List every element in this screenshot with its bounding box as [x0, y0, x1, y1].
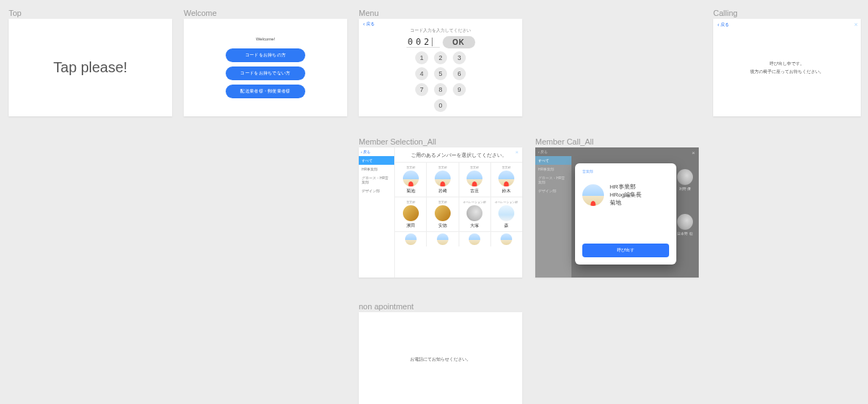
- screen-thumb-member-selection: Member Selection_All ‹ 戻る すべて HR事業部 グロース…: [359, 137, 522, 278]
- close-icon[interactable]: ×: [854, 21, 858, 28]
- chevron-left-icon: ‹: [363, 22, 365, 27]
- sidebar-tab-all[interactable]: すべて: [359, 156, 394, 165]
- calling-message: 呼び出し中です。 後方の椅子に座ってお待ちください。: [713, 59, 861, 76]
- thumb-label: Top: [9, 9, 172, 17]
- member-card[interactable]: 営業部 古庄: [459, 163, 491, 197]
- back-label: 戻る: [366, 21, 375, 27]
- member-card[interactable]: [395, 232, 427, 246]
- member-role: 営業部: [438, 200, 447, 204]
- member-card[interactable]: 営業部 安徳: [427, 197, 459, 231]
- chevron-left-icon: ‹: [718, 22, 719, 27]
- member-card[interactable]: オペレーション部 大塚: [459, 197, 491, 231]
- calling-line1: 呼び出し中です。: [713, 59, 861, 67]
- avatar: [498, 205, 514, 221]
- back-label: 戻る: [720, 22, 729, 28]
- member-card[interactable]: オペレーション部 森: [491, 197, 522, 231]
- avatar: [403, 171, 419, 186]
- keypad-4[interactable]: 4: [415, 67, 428, 80]
- avatar: [501, 233, 512, 245]
- call-confirm-dialog: 営業部 HR事業部 HRog編集長 菊地 呼び出す: [575, 163, 676, 265]
- sidebar-tab-growth: グロース・HR営業部: [535, 173, 571, 186]
- ok-button[interactable]: OK: [443, 36, 475, 48]
- screen-thumb-non-appointment: non apointment お電話にてお知らせください。: [359, 302, 522, 404]
- member-role: オペレーション部: [495, 200, 518, 204]
- screen-thumb-calling: Calling ‹ 戻る × 呼び出し中です。 後方の椅子に座ってお待ちください…: [713, 9, 861, 116]
- member-grid[interactable]: 営業部 菊池 営業部 岩崎 営業部 古庄 営業: [395, 162, 522, 278]
- welcome-title: Welcome!: [256, 37, 276, 41]
- keypad-7[interactable]: 7: [415, 83, 428, 96]
- tap-please-text: Tap please!: [54, 59, 127, 76]
- avatar: [467, 205, 482, 221]
- member-name: 濱田: [407, 223, 415, 229]
- back-button[interactable]: ‹ 戻る: [363, 21, 518, 27]
- member-card[interactable]: [459, 232, 491, 246]
- member-name: 菊池: [407, 188, 415, 194]
- member-grid-area: ご用のあるメンバーを選択してください。 × 営業部 菊池 営業部 岩崎: [395, 147, 522, 278]
- welcome-button-no-code[interactable]: コードをお持ちでない方: [226, 66, 305, 80]
- keypad-1[interactable]: 1: [415, 51, 428, 64]
- member-call-card: ‹ 戻る × すべて HR事業部 グロース・HR営業部 デザイン部 利野 優 日…: [535, 147, 699, 278]
- keypad-9[interactable]: 9: [453, 83, 466, 96]
- code-display: 002: [407, 37, 440, 48]
- member-name: 利野 優: [679, 186, 691, 191]
- keypad-6[interactable]: 6: [453, 67, 466, 80]
- avatar: [498, 171, 514, 186]
- avatar: [435, 205, 451, 221]
- thumb-label: Member Selection_All: [359, 137, 522, 146]
- member-name: 大塚: [470, 223, 479, 229]
- text-caret-icon: [432, 38, 433, 46]
- code-prompt: コード入力を入力してください: [363, 27, 518, 34]
- sidebar-tab-all: すべて: [535, 156, 571, 165]
- department-sidebar: ‹ 戻る すべて HR事業部 グロース・HR営業部 デザイン部: [359, 147, 395, 278]
- thumb-label: Calling: [713, 9, 861, 17]
- member-card[interactable]: 営業部 菊池: [395, 163, 427, 197]
- sidebar-tab-design[interactable]: デザイン部: [359, 186, 394, 195]
- back-button[interactable]: ‹ 戻る: [718, 22, 856, 28]
- member-select-prompt: ご用のあるメンバーを選択してください。 ×: [395, 147, 522, 162]
- background-member: 利野 優: [677, 169, 693, 191]
- keypad-5[interactable]: 5: [434, 67, 447, 80]
- member-card[interactable]: [491, 232, 522, 246]
- chevron-left-icon: ‹: [361, 150, 362, 154]
- avatar: [469, 233, 480, 245]
- dialog-role-label: 営業部: [582, 169, 669, 173]
- member-role: 営業部: [470, 166, 479, 169]
- code-entry-row: 002 OK: [363, 36, 518, 48]
- keypad-3[interactable]: 3: [453, 51, 466, 64]
- keypad-8[interactable]: 8: [434, 83, 447, 96]
- keypad-0[interactable]: 0: [434, 99, 447, 112]
- member-role: 営業部: [407, 166, 415, 169]
- member-role: 営業部: [502, 166, 511, 169]
- avatar: [467, 171, 482, 186]
- back-button-dimmed: ‹ 戻る: [538, 150, 548, 154]
- calling-card: ‹ 戻る × 呼び出し中です。 後方の椅子に座ってお待ちください。: [713, 19, 861, 116]
- call-button[interactable]: 呼び出す: [582, 244, 669, 257]
- member-card[interactable]: [427, 232, 459, 246]
- avatar: [437, 233, 448, 245]
- member-name: 鈴木: [502, 188, 511, 194]
- welcome-button-delivery[interactable]: 配送業者様・郵便業者様: [226, 85, 305, 98]
- non-appointment-card: お電話にてお知らせください。: [359, 312, 522, 404]
- menu-card: ‹ 戻る コード入力を入力してください 002 OK 1 2 3 4 5 6 7…: [359, 19, 522, 116]
- numeric-keypad: 1 2 3 4 5 6 7 8 9 0: [363, 51, 518, 112]
- close-icon[interactable]: ×: [515, 149, 519, 155]
- welcome-button-has-code[interactable]: コードをお持ちの方: [226, 48, 305, 62]
- member-card[interactable]: 営業部 岩崎: [427, 163, 459, 197]
- member-card[interactable]: 営業部 鈴木: [491, 163, 522, 197]
- back-button[interactable]: ‹ 戻る: [359, 147, 394, 156]
- avatar: [677, 214, 693, 230]
- welcome-card: Welcome! コードをお持ちの方 コードをお持ちでない方 配送業者様・郵便業…: [184, 19, 347, 116]
- chevron-left-icon: ‹: [538, 150, 540, 154]
- top-card[interactable]: Tap please!: [9, 19, 172, 116]
- sidebar-tab-hr[interactable]: HR事業部: [359, 165, 394, 173]
- screen-thumb-menu: Menu ‹ 戻る コード入力を入力してください 002 OK 1 2 3 4 …: [359, 9, 522, 116]
- keypad-2[interactable]: 2: [434, 51, 447, 64]
- member-name: 岩崎: [438, 188, 447, 194]
- thumb-label: Member Call_All: [535, 137, 699, 146]
- sidebar-tab-growth[interactable]: グロース・HR営業部: [359, 173, 394, 186]
- member-card[interactable]: 営業部 濱田: [395, 197, 427, 231]
- avatar: [403, 205, 419, 221]
- back-label: 戻る: [540, 150, 548, 154]
- background-member: 日本野 稔: [677, 214, 693, 236]
- sidebar-tab-design: デザイン部: [535, 186, 571, 195]
